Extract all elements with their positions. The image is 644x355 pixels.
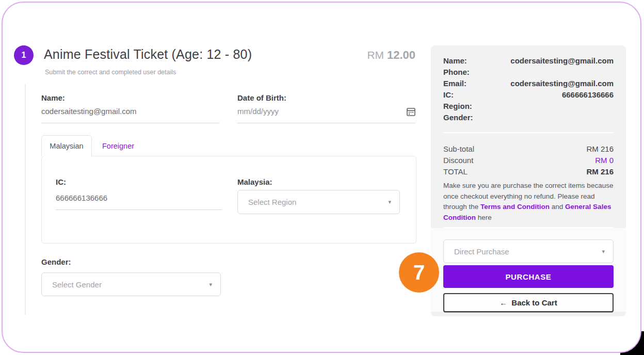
page-subtitle: Submit the correct and completed user de… — [45, 69, 176, 76]
terms-and-condition-link[interactable]: Terms and Condition — [480, 203, 550, 211]
detail-row: Region: — [443, 101, 614, 112]
detail-row: Name:codersaitesting@gmail.com — [443, 55, 614, 67]
ic-label: IC: — [56, 178, 66, 186]
ticket-price: RM 12.00 — [258, 49, 415, 62]
detail-row: Gender: — [443, 112, 614, 123]
tab-malaysian[interactable]: Malaysian — [41, 135, 92, 156]
detail-row: Email:codersaitesting@gmail.com — [443, 78, 614, 89]
gender-select[interactable]: Select Gender ▾ — [41, 272, 221, 296]
name-field-wrap — [41, 106, 219, 123]
calendar-icon[interactable] — [407, 107, 415, 116]
ic-field-wrap — [56, 192, 222, 210]
total-row: TOTALRM 216 — [443, 166, 614, 178]
step-1-badge: 1 — [14, 45, 34, 65]
discount-row: DiscountRM 0 — [443, 155, 614, 166]
gender-label: Gender: — [41, 257, 71, 266]
price-value: 12.00 — [387, 49, 415, 61]
user-details-section: Name:codersaitesting@gmail.com Phone: Em… — [431, 45, 626, 133]
checkout-actions-section: Direct Purchase ▾ PURCHASE ←Back to Cart — [431, 228, 626, 312]
name-label: Name: — [41, 93, 65, 102]
back-to-cart-button[interactable]: ←Back to Cart — [443, 293, 614, 312]
form-left-rule — [25, 84, 26, 315]
page-title: Anime Festival Ticket (Age: 12 - 80) — [44, 47, 252, 62]
step-7-badge: 7 — [399, 252, 439, 293]
detail-row: Phone: — [443, 67, 614, 78]
region-select[interactable]: Select Region ▾ — [237, 190, 400, 214]
dob-input[interactable] — [237, 106, 407, 117]
totals-section: Sub-totalRM 216 DiscountRM 0 TOTALRM 216… — [431, 133, 626, 228]
region-select-value: Select Region — [248, 198, 296, 206]
purchase-method-value: Direct Purchase — [454, 247, 509, 256]
refund-disclaimer: Make sure you are purchase the correct i… — [443, 181, 614, 223]
checkout-page: 1 Anime Festival Ticket (Age: 12 - 80) S… — [0, 0, 644, 355]
order-summary-card: Name:codersaitesting@gmail.com Phone: Em… — [431, 45, 626, 316]
ic-input[interactable] — [56, 192, 222, 203]
region-label: Malaysia: — [237, 178, 272, 186]
tab-foreigner[interactable]: Foreigner — [92, 135, 144, 156]
detail-row: IC:666666136666 — [443, 89, 614, 101]
chevron-down-icon: ▾ — [602, 248, 605, 255]
gender-select-value: Select Gender — [52, 280, 102, 289]
chevron-down-icon: ▾ — [388, 199, 391, 205]
back-arrow-icon: ← — [500, 298, 507, 307]
currency-label: RM — [367, 49, 384, 61]
subtotal-row: Sub-totalRM 216 — [443, 143, 614, 155]
back-to-cart-label: Back to Cart — [511, 298, 557, 307]
dob-field-wrap — [237, 106, 415, 123]
purchase-button[interactable]: PURCHASE — [443, 265, 614, 288]
purchase-method-select[interactable]: Direct Purchase ▾ — [443, 239, 614, 263]
dob-label: Date of Birth: — [237, 93, 286, 102]
name-input[interactable] — [41, 106, 219, 117]
chevron-down-icon: ▾ — [209, 281, 212, 288]
